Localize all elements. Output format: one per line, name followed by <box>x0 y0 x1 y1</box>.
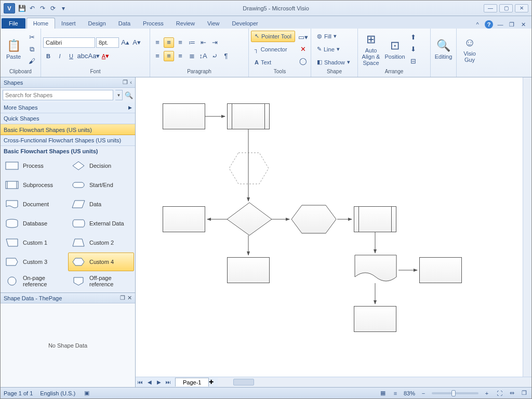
customize-qat-icon[interactable]: ▾ <box>59 4 68 13</box>
more-shapes-row[interactable]: More Shapes▶ <box>1 102 135 113</box>
tab-process[interactable]: Process <box>137 18 170 29</box>
shape-subprocess[interactable]: Subprocess <box>2 176 68 194</box>
paragraph-spacing-icon[interactable]: ¶ <box>221 51 231 61</box>
shape-custom3[interactable]: Custom 3 <box>2 252 68 271</box>
first-page-icon[interactable]: ⏮ <box>136 378 145 387</box>
font-size-combo[interactable]: 8pt. <box>96 37 119 48</box>
format-painter-icon[interactable]: 🖌 <box>26 56 37 66</box>
fit-page-icon[interactable]: ⛶ <box>495 389 503 397</box>
align-left-icon[interactable]: ≡ <box>152 51 163 61</box>
search-icon[interactable]: 🔍 <box>125 91 133 99</box>
vertical-scrollbar[interactable] <box>523 77 531 377</box>
search-dropdown-icon[interactable]: ▼ <box>115 90 123 100</box>
send-back-icon[interactable]: ⬇ <box>408 44 418 55</box>
rectangle-tool-icon[interactable]: ▭▾ <box>298 32 309 43</box>
decrease-indent-icon[interactable]: ⇤ <box>198 37 208 48</box>
shapedata-close-icon[interactable]: ✕ <box>127 295 132 301</box>
justify-icon[interactable]: ≣ <box>187 51 197 61</box>
shape-custom2[interactable]: Custom 2 <box>68 233 134 252</box>
next-page-icon[interactable]: ▶ <box>154 378 164 387</box>
underline-icon[interactable]: U <box>66 51 76 61</box>
shadow-button[interactable]: ◧Shadow▾ <box>313 57 354 68</box>
connector-tool-button[interactable]: ┐Connector <box>251 44 295 55</box>
rotate-text-icon[interactable]: ⤾ <box>209 51 220 61</box>
shape-offpage[interactable]: Off-page reference <box>68 272 134 290</box>
close-button[interactable]: ✕ <box>515 4 528 12</box>
basic-flowchart-row[interactable]: Basic Flowchart Shapes (US units) <box>1 124 135 135</box>
tab-home[interactable]: Home <box>26 18 55 29</box>
language-indicator[interactable]: English (U.S.) <box>40 390 75 396</box>
visio-guy-button[interactable]: ☺Visio Guy <box>459 35 481 64</box>
position-button[interactable]: ⊡Position <box>384 38 406 61</box>
cut-icon[interactable]: ✂ <box>26 32 37 43</box>
editing-button[interactable]: 🔍Editing <box>433 38 454 61</box>
strikethrough-icon[interactable]: abc <box>77 51 88 61</box>
fit-width-icon[interactable]: ⇔ <box>508 389 516 397</box>
last-page-icon[interactable]: ⏭ <box>164 378 173 387</box>
zoom-in-icon[interactable]: + <box>483 389 491 397</box>
tab-data[interactable]: Data <box>112 18 137 29</box>
italic-icon[interactable]: I <box>55 51 65 61</box>
group-icon[interactable]: ⊟ <box>408 56 418 66</box>
shapedata-window-icon[interactable]: ❐ <box>120 295 125 301</box>
text-effects-icon[interactable]: Aa▾ <box>89 51 99 61</box>
drawing-canvas[interactable] <box>136 77 523 377</box>
bold-icon[interactable]: B <box>43 51 54 61</box>
zoom-slider[interactable] <box>432 392 478 394</box>
font-name-combo[interactable]: Calibri <box>43 37 95 48</box>
bring-front-icon[interactable]: ⬆ <box>408 32 418 43</box>
text-tool-button[interactable]: AText <box>251 57 295 68</box>
pointer-tool-button[interactable]: ↖Pointer Tool <box>251 31 295 42</box>
zoom-value[interactable]: 83% <box>404 390 415 396</box>
shape-external-data[interactable]: External Data <box>68 214 134 233</box>
horizontal-scrollbar[interactable] <box>218 378 531 387</box>
file-tab[interactable]: File <box>2 18 25 29</box>
shrink-font-icon[interactable]: A▾ <box>131 37 142 48</box>
align-right-icon[interactable]: ≡ <box>175 51 185 61</box>
font-color-icon[interactable]: A▾ <box>100 51 111 61</box>
shapes-collapse-icon[interactable]: ‹ <box>130 79 132 86</box>
paste-button[interactable]: 📋Paste <box>3 38 24 61</box>
quick-shapes-row[interactable]: Quick Shapes <box>1 113 135 124</box>
save-icon[interactable]: 💾 <box>17 4 26 13</box>
shape-custom1[interactable]: Custom 1 <box>2 233 68 252</box>
page-break-icon[interactable]: ≡ <box>391 389 400 397</box>
tab-review[interactable]: Review <box>170 18 201 29</box>
zoom-out-icon[interactable]: − <box>419 389 428 397</box>
text-direction-icon[interactable]: ↕A <box>198 51 208 61</box>
tab-developer[interactable]: Developer <box>226 18 264 29</box>
redo-icon[interactable]: ↷ <box>38 4 47 13</box>
window-close-icon[interactable]: ✕ <box>519 20 527 29</box>
shape-onpage[interactable]: On-page reference <box>2 272 68 290</box>
window-min-icon[interactable]: — <box>496 20 504 29</box>
page-indicator[interactable]: Page 1 of 1 <box>4 390 33 396</box>
copy-icon[interactable]: ⧉ <box>26 44 37 55</box>
page-tab[interactable]: Page-1 <box>175 378 209 387</box>
increase-indent-icon[interactable]: ⇥ <box>209 37 220 48</box>
shape-decision[interactable]: Decision <box>68 156 134 175</box>
align-bottom-icon[interactable]: ≡ <box>175 37 185 48</box>
minimize-ribbon-icon[interactable]: ^ <box>473 20 482 29</box>
auto-align-button[interactable]: ⊞Auto Align & Space <box>360 32 382 67</box>
shape-document[interactable]: Document <box>2 195 68 214</box>
presentation-icon[interactable]: ▦ <box>379 389 387 397</box>
window-restore-icon[interactable]: ❐ <box>508 20 516 29</box>
delete-icon[interactable]: ✕ <box>298 44 309 55</box>
prev-page-icon[interactable]: ◀ <box>145 378 154 387</box>
shape-process[interactable]: Process <box>2 156 68 175</box>
bullets-icon[interactable]: ≔ <box>187 37 197 48</box>
cross-functional-row[interactable]: Cross-Functional Flowchart Shapes (US un… <box>1 135 135 146</box>
minimize-button[interactable]: — <box>484 4 497 12</box>
shape-startend[interactable]: Start/End <box>68 176 134 194</box>
tab-insert[interactable]: Insert <box>55 18 82 29</box>
align-middle-icon[interactable]: ≡ <box>164 37 174 48</box>
new-page-icon[interactable]: ✚ <box>209 379 214 385</box>
tab-design[interactable]: Design <box>82 18 112 29</box>
undo-icon[interactable]: ↶ <box>28 4 37 13</box>
shapes-window-icon[interactable]: ❐ <box>123 79 128 86</box>
maximize-button[interactable]: ▢ <box>499 4 513 12</box>
repeat-icon[interactable]: ⟳ <box>48 4 58 13</box>
macro-recording-icon[interactable]: ▣ <box>83 389 91 397</box>
shape-database[interactable]: Database <box>2 214 68 233</box>
align-center-icon[interactable]: ≡ <box>164 51 174 61</box>
